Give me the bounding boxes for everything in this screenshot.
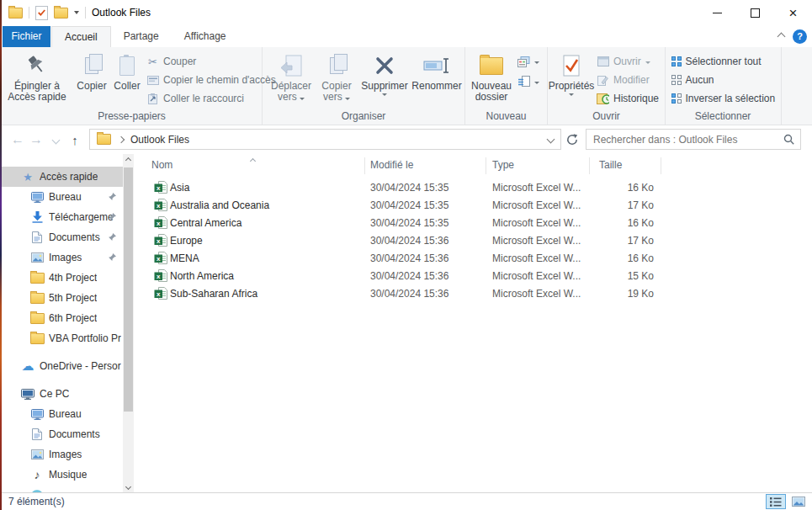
sidebar-item-documents[interactable]: Documents [2,227,123,247]
breadcrumb-chevron-icon[interactable] [118,135,125,142]
pin-to-quick-access-button[interactable]: Épingler à Accès rapide [3,49,71,111]
column-separator[interactable] [364,157,365,174]
customize-qat-dropdown-icon[interactable] [74,11,79,14]
file-row[interactable]: xAustralia and Oceania30/04/2024 15:35Mi… [135,197,812,215]
file-row[interactable]: xAsia30/04/2024 15:35Microsoft Excel W..… [135,179,812,197]
sidebar-item-ce-pc[interactable]: Ce PC [2,384,123,404]
sidebar-item-6th-project[interactable]: 6th Project [2,308,123,328]
tab-view[interactable]: Affichage [172,26,239,47]
file-name[interactable]: Australia and Oceania [170,199,269,211]
properties-qat-icon[interactable] [35,6,48,20]
column-header-modified[interactable]: Modifié le [370,159,413,171]
edit-button[interactable]: Modifier [597,72,650,88]
file-name[interactable]: Sub-Saharan Africa [170,288,257,300]
close-button[interactable]: × [774,0,812,25]
sidebar-item-acc-s-rapide[interactable]: ★Accès rapide [2,167,123,187]
scroll-down-icon[interactable] [123,481,134,492]
column-header-size[interactable]: Taille [599,159,622,171]
recent-locations-button[interactable] [49,126,62,153]
paste-shortcut-button[interactable]: Coller le raccourci [146,91,244,106]
dropdown-icon [534,61,539,64]
sidebar-item-label: Bureau [49,191,82,203]
file-row[interactable]: xCentral America30/04/2024 15:35Microsof… [135,215,812,232]
easy-access-button[interactable] [517,74,539,89]
copy-button[interactable]: Copier [74,49,109,111]
column-header-type[interactable]: Type [492,159,514,171]
sidebar-item-t-l-chargeme[interactable]: Téléchargeme [2,207,123,227]
new-folder-button[interactable]: Nouveau dossier [469,49,514,111]
properties-button[interactable]: Propriétés [549,49,593,111]
file-size: 17 Ko [560,235,654,247]
maximize-button[interactable] [736,0,774,25]
copy-to-button[interactable]: Copier vers [316,49,357,111]
up-button[interactable]: ↑ [66,126,84,153]
file-name[interactable]: MENA [170,252,199,264]
sidebar-item-4th-project[interactable]: 4th Project [2,268,123,288]
sidebar-item-bureau[interactable]: Bureau [2,187,123,207]
pin-icon [109,193,116,200]
sidebar-item-onedrive-persor[interactable]: ☁OneDrive - Persor [2,356,123,376]
status-bar: 7 élément(s) [2,492,812,510]
open-button[interactable]: Ouvrir [597,54,650,69]
collapse-ribbon-icon[interactable] [778,32,786,40]
scroll-up-icon[interactable] [123,154,134,166]
tab-share[interactable]: Partage [111,26,172,47]
back-button[interactable]: ← [8,126,27,153]
tab-home[interactable]: Accueil [51,26,111,49]
file-row[interactable]: xEurope30/04/2024 15:36Microsoft Excel W… [135,232,812,250]
move-to-button[interactable]: Déplacer vers [268,49,315,111]
paste-button[interactable]: Coller [111,49,143,111]
address-bar[interactable]: Outlook Files [89,129,561,150]
delete-button[interactable]: Supprimer [360,49,409,111]
cut-button[interactable]: ✂ Couper [146,54,196,69]
column-separator[interactable] [661,157,661,174]
history-button[interactable]: Historique [597,91,659,106]
sidebar-item-bureau[interactable]: Bureau [2,404,123,424]
ribbon: Épingler à Accès rapide Copier Coller ✂ … [2,47,812,125]
file-name[interactable]: Asia [170,182,189,194]
refresh-button[interactable] [563,129,581,150]
sidebar-item-musique[interactable]: ♪Musique [2,465,123,485]
document-icon [29,231,45,243]
file-name[interactable]: Europe [170,235,203,247]
new-item-button[interactable] [517,54,539,69]
copy-path-button[interactable]: Copier le chemin d'accès [146,72,276,88]
sidebar-item-label: OneDrive - Persor [40,360,121,372]
sidebar-item-images[interactable]: Images [2,247,123,268]
search-input[interactable] [586,134,783,146]
help-icon[interactable]: ? [793,29,807,44]
scrollbar-thumb[interactable] [124,167,133,412]
minimize-button[interactable] [698,0,736,25]
sidebar-item-images[interactable]: Images [2,444,123,465]
breadcrumb-location[interactable]: Outlook Files [130,134,189,146]
sidebar-item-objects-3d[interactable] [2,485,123,492]
sidebar-item-vba-portfolio-pr[interactable]: VBA Portfolio Pr [2,328,123,348]
rename-button[interactable]: Renommer [411,49,463,111]
file-row[interactable]: xNorth America30/04/2024 15:36Microsoft … [135,268,812,285]
address-dropdown-icon[interactable] [547,135,555,144]
file-name[interactable]: North America [170,270,234,282]
file-row[interactable]: xMENA30/04/2024 15:36Microsoft Excel W..… [135,250,812,268]
tab-file[interactable]: Fichier [3,26,50,47]
new-folder-qat-icon[interactable] [54,8,68,19]
thumbnail-view-button[interactable] [788,494,809,509]
explorer-window-icon[interactable] [8,8,23,19]
select-none-button[interactable]: Aucun [671,72,714,88]
forward-button[interactable]: → [27,126,45,153]
file-modified-date: 30/04/2024 15:36 [370,252,448,264]
file-row[interactable]: xSub-Saharan Africa30/04/2024 15:36Micro… [135,285,812,303]
column-separator[interactable] [486,157,486,174]
invert-selection-button[interactable]: Inverser la sélection [671,91,775,106]
sidebar-item-documents[interactable]: Documents [2,424,123,444]
sidebar-item-5th-project[interactable]: 5th Project [2,288,123,308]
title-bar: Outlook Files × [2,0,812,25]
details-view-button[interactable] [766,494,786,509]
column-header-name[interactable]: Nom [151,159,172,171]
file-name[interactable]: Central America [170,217,241,229]
column-separator[interactable] [589,157,590,174]
sidebar-scrollbar[interactable] [123,154,134,492]
search-icon[interactable] [783,134,794,145]
select-all-button[interactable]: Sélectionner tout [671,54,762,69]
open-label: Ouvrir [613,56,641,67]
sidebar-item-label: Images [49,252,82,263]
